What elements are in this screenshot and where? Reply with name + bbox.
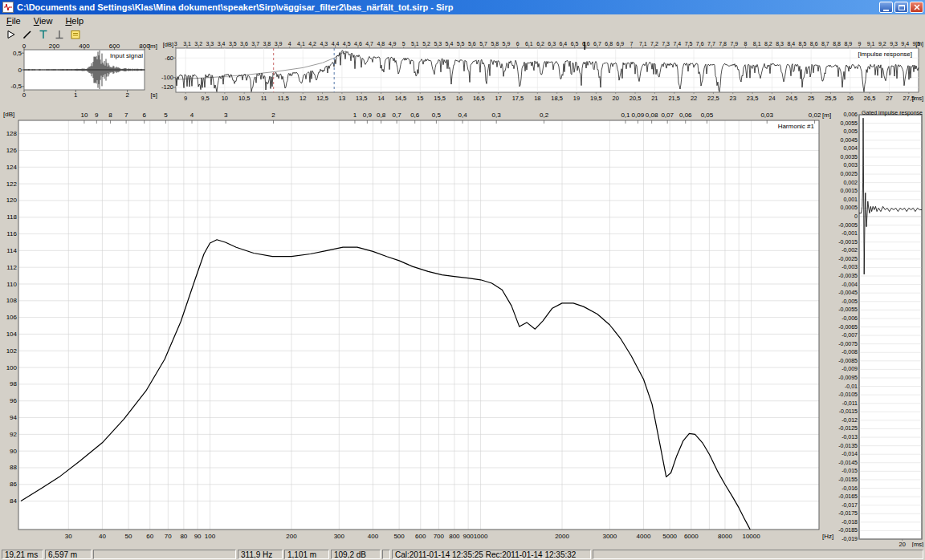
svg-text:90: 90 — [194, 533, 202, 540]
status-timestamps: Cal:2011-01-14 12:35:25 Rec:2011-01-14 1… — [392, 550, 591, 559]
gated-impulse-plot[interactable]: 0,0060,00550,0050,00450,0040,00350,0030,… — [832, 107, 925, 547]
svg-text:7,5: 7,5 — [685, 41, 693, 47]
svg-text:5: 5 — [402, 41, 405, 47]
svg-text:6: 6 — [516, 41, 520, 47]
svg-text:3,6: 3,6 — [240, 41, 248, 47]
svg-text:0,4: 0,4 — [458, 112, 468, 119]
svg-text:5,2: 5,2 — [422, 41, 430, 47]
app-window: C:\Documents and Settings\Klas\Mina doku… — [0, 0, 925, 560]
svg-text:114: 114 — [6, 247, 17, 254]
svg-text:300: 300 — [334, 533, 345, 540]
svg-text:13,5: 13,5 — [356, 95, 368, 102]
svg-text:-0,008: -0,008 — [841, 349, 858, 355]
gate-end-button[interactable] — [51, 27, 67, 41]
svg-text:-0,0015: -0,0015 — [838, 239, 858, 245]
svg-text:8,3: 8,3 — [776, 41, 784, 47]
impulse-response-plot[interactable]: [dB]-60-100-12033,13,23,33,43,53,63,73,8… — [154, 40, 925, 104]
svg-text:118: 118 — [6, 213, 17, 221]
notes-button[interactable] — [67, 27, 84, 41]
svg-text:9,3: 9,3 — [890, 41, 898, 47]
main-plot-area[interactable] — [18, 120, 819, 530]
svg-text:12,5: 12,5 — [316, 95, 328, 102]
svg-text:900: 900 — [462, 533, 474, 540]
svg-text:8,1: 8,1 — [753, 41, 761, 47]
svg-text:0,9: 0,9 — [363, 112, 373, 119]
svg-text:400: 400 — [79, 43, 90, 50]
svg-text:9,1: 9,1 — [867, 41, 875, 47]
svg-text:-0,0185: -0,0185 — [838, 527, 858, 533]
svg-text:4,1: 4,1 — [297, 41, 305, 47]
svg-text:5,6: 5,6 — [468, 41, 476, 47]
svg-text:0,02: 0,02 — [809, 112, 821, 119]
svg-text:0,2: 0,2 — [540, 112, 549, 119]
svg-text:0,07: 0,07 — [661, 112, 674, 119]
svg-text:94: 94 — [10, 414, 17, 421]
svg-text:4,7: 4,7 — [365, 41, 373, 47]
svg-text:1: 1 — [74, 91, 78, 99]
svg-text:0: 0 — [18, 67, 22, 74]
svg-text:5,5: 5,5 — [457, 41, 465, 47]
svg-text:-0,0025: -0,0025 — [838, 256, 858, 262]
close-button[interactable] — [910, 2, 923, 13]
svg-text:[dB]: [dB] — [163, 41, 173, 48]
svg-text:6,9: 6,9 — [617, 41, 625, 47]
minimize-button[interactable] — [879, 2, 893, 13]
svg-text:0,03: 0,03 — [760, 112, 773, 119]
svg-text:8,5: 8,5 — [799, 41, 807, 47]
svg-text:110: 110 — [6, 281, 17, 288]
play-button[interactable] — [3, 27, 19, 41]
input-signal-plot[interactable]: 0200400600800[m]0,50-0,5012[s] — [2, 42, 159, 104]
svg-text:500: 500 — [393, 533, 405, 540]
svg-text:-0,0095: -0,0095 — [838, 375, 858, 380]
impulse-response-panel: [dB]-60-100-12033,13,23,33,43,53,63,73,8… — [154, 40, 925, 104]
notes-icon — [69, 28, 82, 41]
svg-text:-60: -60 — [165, 55, 173, 62]
gate-start-button[interactable] — [35, 27, 51, 41]
svg-text:[ms]: [ms] — [912, 95, 923, 102]
svg-text:26,5: 26,5 — [864, 95, 876, 102]
minimize-icon — [883, 10, 889, 11]
toolbar — [0, 27, 925, 41]
svg-text:96: 96 — [10, 397, 17, 404]
svg-text:-0,0125: -0,0125 — [838, 425, 858, 431]
svg-text:-0,0175: -0,0175 — [838, 510, 858, 516]
pencil-button[interactable] — [19, 27, 35, 41]
svg-text:3,2: 3,2 — [194, 41, 202, 47]
svg-text:5000: 5000 — [662, 533, 677, 540]
svg-text:104: 104 — [6, 331, 18, 338]
menubar: FileViewHelp — [0, 14, 925, 27]
svg-text:400: 400 — [368, 533, 379, 540]
svg-text:7,2: 7,2 — [650, 41, 658, 47]
menu-item-file[interactable]: File — [0, 15, 27, 26]
svg-text:8,2: 8,2 — [764, 41, 772, 47]
svg-text:116: 116 — [6, 230, 17, 237]
svg-text:6,6: 6,6 — [582, 41, 590, 47]
svg-text:-0,5: -0,5 — [10, 83, 22, 90]
svg-text:6000: 6000 — [684, 533, 699, 540]
frequency-response-plot[interactable]: [dB]128126124122120118116114112110108106… — [0, 107, 835, 547]
svg-text:4,8: 4,8 — [377, 41, 385, 47]
svg-text:100: 100 — [205, 533, 216, 540]
svg-text:7,3: 7,3 — [662, 41, 670, 47]
svg-text:0,06: 0,06 — [679, 112, 692, 119]
svg-text:13: 13 — [339, 95, 345, 102]
play-icon — [5, 28, 18, 41]
svg-text:24,5: 24,5 — [785, 95, 797, 102]
maximize-button[interactable] — [894, 2, 908, 13]
svg-text:-0,001: -0,001 — [841, 230, 858, 236]
svg-text:23: 23 — [730, 95, 736, 102]
svg-text:8: 8 — [108, 112, 112, 119]
svg-text:0,3: 0,3 — [492, 112, 502, 119]
menu-item-help[interactable]: Help — [59, 15, 90, 26]
svg-text:5,9: 5,9 — [503, 41, 511, 47]
svg-text:10000: 10000 — [742, 533, 760, 540]
titlebar[interactable]: C:\Documents and Settings\Klas\Mina doku… — [0, 0, 925, 14]
svg-text:0,05: 0,05 — [701, 112, 714, 119]
svg-text:200: 200 — [49, 43, 60, 50]
status-spacer-3 — [593, 550, 923, 559]
svg-text:-0,0135: -0,0135 — [838, 443, 858, 448]
menu-item-view[interactable]: View — [27, 15, 59, 26]
svg-text:18: 18 — [534, 95, 540, 102]
svg-text:-0,0085: -0,0085 — [838, 358, 858, 363]
svg-text:4: 4 — [288, 41, 291, 47]
